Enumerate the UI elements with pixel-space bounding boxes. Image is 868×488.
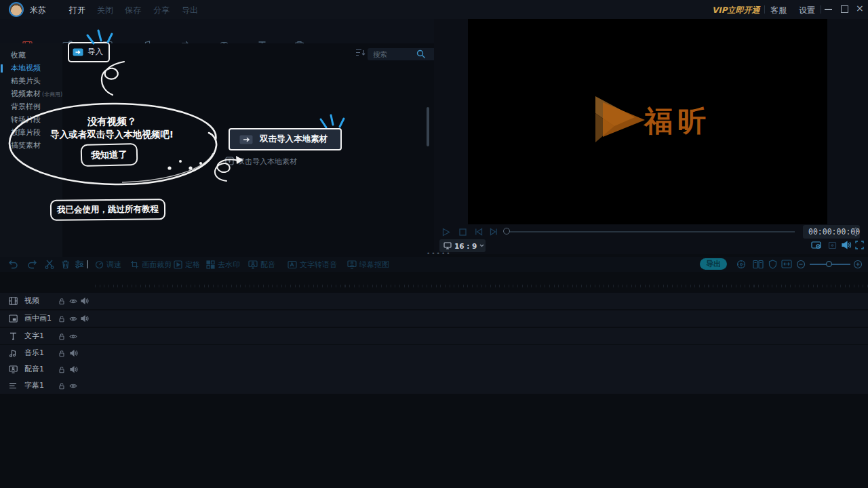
- eye-icon[interactable]: [69, 316, 77, 322]
- library-sidebar: 收藏 本地视频 精美片头 视频素材(非商用) 背景样例 转场片段 故障片段 搞笑…: [0, 43, 62, 258]
- chroma-key-button[interactable]: 绿幕抠图: [347, 260, 389, 270]
- lock-icon[interactable]: [58, 298, 65, 305]
- snapshot-icon[interactable]: [811, 241, 822, 250]
- stop-button[interactable]: [459, 228, 467, 236]
- mute-icon[interactable]: [81, 298, 89, 304]
- undo-icon[interactable]: [8, 260, 18, 269]
- seek-slider-handle[interactable]: [503, 228, 510, 235]
- lock-icon[interactable]: [58, 333, 65, 340]
- ribbon-tab-bar: 视频 素材库 图片 音乐 转场 滤镜 文字 作品: [0, 19, 434, 43]
- mute-icon[interactable]: [81, 315, 89, 322]
- split-scissors-icon[interactable]: [45, 260, 54, 269]
- track-film-icon: [9, 297, 18, 305]
- eye-icon[interactable]: [69, 333, 77, 340]
- track-row-subtitle[interactable]: 字幕1: [0, 378, 868, 394]
- lock-icon[interactable]: [58, 382, 65, 390]
- track-pip-icon: [9, 314, 18, 323]
- vip-upgrade-button[interactable]: VIP立即开通: [712, 5, 760, 16]
- sidebar-item-favorites[interactable]: 收藏: [11, 49, 62, 62]
- fullscreen-icon[interactable]: [855, 241, 864, 249]
- tutorial-skip-button[interactable]: 我已会使用，跳过所有教程: [50, 199, 165, 220]
- menu-close-file[interactable]: 关闭: [97, 5, 113, 16]
- tutorial-line2: 导入或者双击导入本地视频吧!: [0, 129, 224, 141]
- timecode-display[interactable]: 00:00:00:00: [803, 225, 860, 239]
- next-frame-button[interactable]: [490, 228, 498, 236]
- prev-frame-button[interactable]: [475, 228, 483, 236]
- track-dubbing-icon: [9, 365, 18, 373]
- track-subtitle-icon: [9, 382, 18, 390]
- import-button[interactable]: 导入: [73, 45, 103, 58]
- shield-icon[interactable]: [768, 260, 777, 269]
- local-import-highlight-button[interactable]: 双击导入本地素材: [229, 128, 342, 150]
- tutorial-confirm-button[interactable]: 我知道了: [81, 143, 138, 167]
- mute-icon[interactable]: [70, 350, 78, 357]
- render-settings-icon[interactable]: [736, 260, 746, 269]
- delete-icon[interactable]: [61, 260, 70, 269]
- timecode-spinner[interactable]: [853, 226, 859, 237]
- menu-open[interactable]: 打开: [69, 5, 85, 16]
- dubbing-button[interactable]: 配音: [248, 260, 275, 270]
- app-window: 米苏 打开 关闭 保存 分享 导出 VIP立即开通 客服 设置 × 视频 素材库…: [0, 0, 868, 488]
- track-row-music[interactable]: 音乐1: [0, 345, 868, 361]
- track-row-text[interactable]: 文字1: [0, 328, 868, 344]
- import-folder-icon: [73, 47, 83, 56]
- zoom-slider-handle[interactable]: [826, 261, 832, 267]
- lock-icon[interactable]: [58, 366, 65, 373]
- play-button[interactable]: [442, 228, 450, 237]
- settings-button[interactable]: 设置: [799, 5, 815, 16]
- empty-hint-text: 双击导入本地素材: [237, 157, 297, 167]
- empty-hint-icon: [225, 157, 234, 165]
- remove-watermark-button[interactable]: 去水印: [206, 260, 240, 270]
- fit-timeline-icon[interactable]: [781, 260, 792, 268]
- chevron-down-icon: [479, 244, 484, 247]
- track-row-video[interactable]: 视频: [0, 293, 868, 309]
- safe-area-icon[interactable]: [828, 241, 837, 249]
- panel-divider-handle[interactable]: •••••: [427, 250, 452, 257]
- menu-save[interactable]: 保存: [125, 5, 141, 16]
- timeline-ruler[interactable]: 00:00:00:00 00:00:03:10 00:00:06:20 00:0…: [0, 271, 868, 290]
- foxit-logo-icon: [591, 95, 647, 144]
- storyboard-icon[interactable]: [753, 260, 764, 269]
- close-button[interactable]: ×: [856, 3, 864, 14]
- library-scrollbar[interactable]: [427, 107, 429, 146]
- track-row-pip[interactable]: 画中画1: [0, 310, 868, 327]
- freeze-frame-button[interactable]: 定格: [174, 260, 200, 270]
- crop-icon: [130, 260, 139, 269]
- zoom-out-icon[interactable]: [796, 260, 806, 269]
- support-button[interactable]: 客服: [770, 5, 787, 16]
- seek-slider[interactable]: [507, 231, 795, 232]
- import-folder-icon: [239, 134, 253, 144]
- track-row-dubbing[interactable]: 配音1: [0, 361, 868, 378]
- eye-icon[interactable]: [69, 298, 77, 304]
- text-to-speech-button[interactable]: 文字转语音: [288, 260, 337, 270]
- sidebar-item-local-video[interactable]: 本地视频: [11, 62, 62, 75]
- menu-share[interactable]: 分享: [153, 5, 170, 16]
- menu-export-file[interactable]: 导出: [182, 5, 198, 16]
- sidebar-item-backgrounds[interactable]: 背景样例: [11, 100, 62, 113]
- redo-icon[interactable]: [27, 260, 37, 269]
- adjust-icon[interactable]: [75, 260, 85, 269]
- volume-icon[interactable]: [842, 241, 852, 249]
- zoom-in-icon[interactable]: [853, 260, 863, 269]
- username: 米苏: [30, 5, 46, 16]
- sidebar-item-intros[interactable]: 精美片头: [11, 75, 62, 87]
- speed-button[interactable]: 调速: [95, 260, 121, 270]
- restore-button[interactable]: [841, 5, 848, 13]
- logo-text: 福昕: [644, 102, 711, 140]
- sidebar-item-video-assets[interactable]: 视频素材(非商用): [11, 87, 62, 100]
- sort-icon[interactable]: [355, 49, 366, 56]
- lock-icon[interactable]: [58, 315, 65, 323]
- chroma-key-icon: [347, 260, 357, 269]
- title-bar: 米苏 打开 关闭 保存 分享 导出 VIP立即开通 客服 设置 ×: [0, 0, 868, 19]
- mute-icon[interactable]: [70, 366, 78, 373]
- track-music-icon: [9, 349, 18, 357]
- minimize-button[interactable]: [825, 9, 832, 10]
- lock-icon[interactable]: [58, 350, 65, 357]
- crop-button[interactable]: 画面裁剪: [130, 260, 172, 270]
- export-button[interactable]: 导出: [700, 258, 727, 270]
- avatar[interactable]: [9, 2, 24, 17]
- speed-gauge-icon: [95, 260, 104, 269]
- eye-icon[interactable]: [69, 383, 77, 389]
- search-icon[interactable]: [416, 49, 426, 59]
- dubbing-icon: [248, 260, 258, 269]
